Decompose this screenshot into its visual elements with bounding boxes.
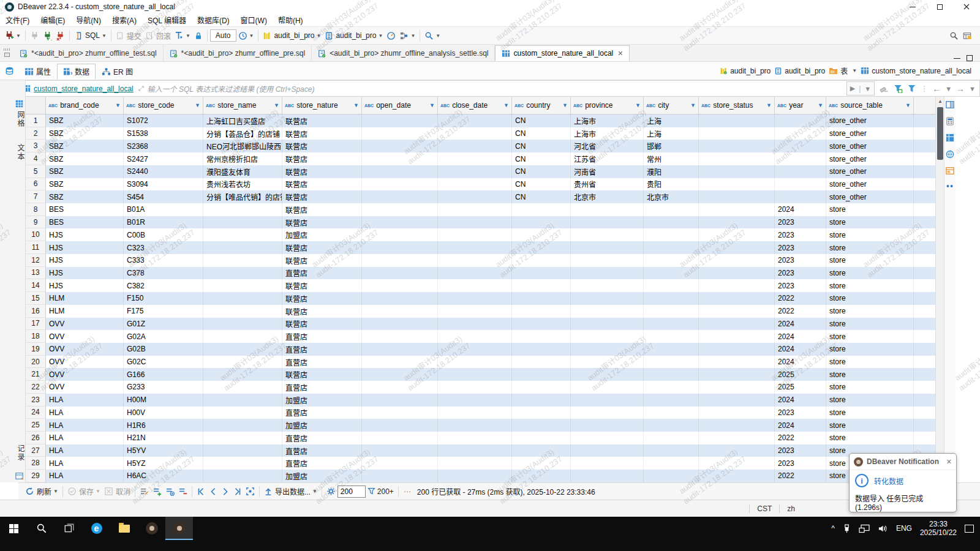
cell-year[interactable]	[775, 127, 826, 140]
app-button-1[interactable]	[138, 517, 165, 540]
disconnect-button[interactable]	[54, 30, 67, 42]
cell-year[interactable]: 2023	[775, 444, 826, 457]
cell-store_status[interactable]	[699, 114, 775, 127]
task-view-button[interactable]	[55, 517, 83, 540]
cell-country[interactable]: CN	[512, 140, 571, 152]
cell-country[interactable]: CN	[512, 165, 571, 178]
cell-store_nature[interactable]: 联营店	[282, 241, 362, 254]
tray-expand-icon[interactable]: ^	[831, 524, 835, 533]
cell-brand_code[interactable]: OVV	[46, 330, 124, 343]
cell-store_status[interactable]	[699, 457, 775, 470]
cell-store_nature[interactable]: 联营店	[282, 279, 362, 292]
chevron-down-icon[interactable]: ▼	[945, 85, 952, 92]
cell-open_date[interactable]	[362, 368, 438, 381]
history-back-icon[interactable]: ←	[932, 84, 941, 94]
cell-city[interactable]	[644, 279, 699, 292]
cell-close_date[interactable]	[438, 356, 512, 369]
cell-province[interactable]	[571, 356, 644, 369]
cell-store_name[interactable]: 分销【唯品代销】的店铺	[203, 190, 282, 203]
cell-store_code[interactable]: F175	[124, 305, 203, 318]
usb-icon[interactable]	[843, 524, 851, 533]
cell-store_status[interactable]	[699, 305, 775, 318]
database-selector[interactable]: audit_bi_pro ▼	[261, 30, 323, 42]
cell-store_name[interactable]	[203, 203, 282, 216]
cell-city[interactable]	[644, 305, 699, 318]
column-filter-icon[interactable]: ▼	[353, 102, 359, 108]
cell-store_name[interactable]	[203, 292, 282, 305]
row-number[interactable]: 29	[26, 470, 46, 482]
cell-store_status[interactable]	[699, 292, 775, 305]
refresh-button[interactable]: 刷新 ▼	[23, 485, 60, 498]
cell-city[interactable]	[644, 241, 699, 254]
cell-year[interactable]	[775, 178, 826, 191]
cell-province[interactable]	[571, 419, 644, 432]
cell-year[interactable]: 2023	[775, 228, 826, 241]
column-filter-icon[interactable]: ▼	[766, 102, 772, 108]
cell-country[interactable]	[512, 203, 571, 216]
column-filter-icon[interactable]: ▼	[818, 102, 823, 108]
cell-year[interactable]: 2024	[775, 343, 826, 356]
cell-source_table[interactable]: store	[826, 419, 914, 432]
column-filter-icon[interactable]: ▼	[115, 102, 121, 108]
cell-close_date[interactable]	[438, 394, 512, 407]
cell-store_status[interactable]	[699, 178, 775, 191]
cell-store_code[interactable]: H00M	[124, 394, 203, 407]
cell-province[interactable]	[571, 343, 644, 356]
menu-item-7[interactable]: 帮助(H)	[273, 13, 309, 26]
row-number[interactable]: 11	[26, 241, 46, 254]
cell-close_date[interactable]	[438, 152, 512, 165]
cell-store_name[interactable]	[203, 394, 282, 407]
cell-store_name[interactable]	[203, 216, 282, 229]
cell-store_code[interactable]: G02B	[124, 343, 203, 356]
cell-store_nature[interactable]: 联营店	[282, 318, 362, 331]
cell-store_status[interactable]	[699, 343, 775, 356]
cell-city[interactable]	[644, 368, 699, 381]
file-explorer-button[interactable]	[110, 517, 138, 540]
editor-tab-2[interactable]: <audit_bi_pro> zhumr_offline_analysis_se…	[312, 45, 495, 61]
cell-store_nature[interactable]: 联营店	[282, 190, 362, 203]
menu-item-0[interactable]: 文件(F)	[0, 13, 35, 26]
cell-close_date[interactable]	[438, 318, 512, 331]
cell-brand_code[interactable]: HLA	[46, 470, 124, 482]
tab-record-view[interactable]: 记录	[13, 444, 26, 462]
cell-country[interactable]	[512, 267, 571, 280]
transaction-mode-select[interactable]: Auto	[210, 29, 236, 42]
cell-close_date[interactable]	[438, 279, 512, 292]
cell-brand_code[interactable]: OVV	[46, 381, 124, 394]
cell-store_nature[interactable]: 直营店	[282, 330, 362, 343]
cell-source_table[interactable]: store_other	[826, 190, 914, 203]
cell-store_name[interactable]	[203, 381, 282, 394]
cell-year[interactable]: 2024	[775, 330, 826, 343]
cell-brand_code[interactable]: OVV	[46, 356, 124, 369]
row-number[interactable]: 10	[26, 228, 46, 241]
cell-store_code[interactable]: C323	[124, 241, 203, 254]
editor-tab-1[interactable]: *<audit_bi_pro> zhumr_offline_pre.sql	[164, 45, 312, 61]
cell-province[interactable]	[571, 432, 644, 444]
cell-province[interactable]	[571, 305, 644, 318]
cell-store_nature[interactable]: 联营店	[282, 292, 362, 305]
cell-city[interactable]	[644, 470, 699, 482]
row-number[interactable]: 9	[26, 216, 46, 229]
column-filter-icon[interactable]: ▼	[905, 102, 911, 108]
cell-brand_code[interactable]: SBZ	[46, 127, 124, 140]
cell-city[interactable]	[644, 292, 699, 305]
cell-source_table[interactable]: store	[826, 254, 914, 267]
tab-grid-view[interactable]: 网格	[13, 111, 26, 128]
cell-open_date[interactable]	[362, 394, 438, 407]
edge-browser-button[interactable]: e	[83, 517, 110, 540]
cell-store_code[interactable]: S1538	[124, 127, 203, 140]
cell-country[interactable]	[512, 241, 571, 254]
cell-open_date[interactable]	[362, 470, 438, 482]
cell-close_date[interactable]	[438, 444, 512, 457]
cell-store_nature[interactable]: 加盟店	[282, 419, 362, 432]
cell-source_table[interactable]: store	[826, 381, 914, 394]
cell-store_name[interactable]: 上海虹口吉买盛店	[203, 114, 282, 127]
cell-store_status[interactable]	[699, 228, 775, 241]
history-forward-icon[interactable]: →	[956, 84, 965, 94]
cell-source_table[interactable]: store_other	[826, 165, 914, 178]
row-number[interactable]: 26	[26, 432, 46, 444]
cell-city[interactable]	[644, 394, 699, 407]
cell-brand_code[interactable]: HLA	[46, 444, 124, 457]
cell-city[interactable]: 上海	[644, 114, 699, 127]
row-number[interactable]: 25	[26, 419, 46, 432]
